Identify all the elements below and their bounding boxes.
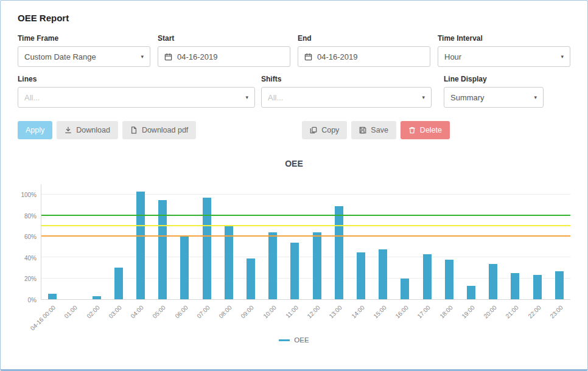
action-bar: Apply Download Download pdf Co (18, 121, 570, 139)
x-tick-label: 23:00 (548, 304, 564, 319)
x-tick-label: 16:00 (394, 304, 409, 319)
chevron-down-icon: ▾ (245, 94, 248, 100)
x-labels: 04-16 00:0001:0002:0003:0004:0005:0006:0… (41, 300, 570, 335)
form-row-2: Lines All... ▾ Shifts All... ▾ Line Disp… (18, 75, 570, 108)
page-title: OEE Report (18, 13, 570, 23)
x-slot: 12:00 (306, 300, 327, 335)
x-tick-label: 14:00 (350, 304, 365, 319)
shifts-placeholder: All... (268, 93, 417, 102)
time-frame-value: Custom Date Range (24, 52, 136, 61)
x-slot: 20:00 (482, 300, 504, 335)
field-lines: Lines All... ▾ (18, 75, 255, 108)
time-interval-select[interactable]: Hour ▾ (438, 46, 570, 67)
download-label: Download (76, 126, 110, 134)
x-tick-label: 19:00 (460, 304, 475, 319)
start-date-value: 04-16-2019 (177, 52, 284, 61)
trash-icon (408, 127, 416, 134)
save-button[interactable]: Save (351, 121, 396, 139)
bar (268, 232, 277, 299)
field-shifts: Shifts All... ▾ (261, 75, 432, 108)
bar-slot (416, 184, 438, 299)
line-display-select[interactable]: Summary ▾ (444, 87, 544, 108)
time-frame-select[interactable]: Custom Date Range ▾ (18, 46, 150, 67)
chevron-down-icon: ▾ (561, 54, 564, 60)
x-slot: 22:00 (527, 300, 548, 335)
x-tick-label: 08:00 (217, 304, 233, 319)
x-slot: 21:00 (504, 300, 526, 335)
apply-label: Apply (26, 126, 44, 134)
reference-line-80 (41, 215, 570, 216)
bar (511, 273, 519, 299)
bar (379, 249, 387, 299)
bar (93, 296, 101, 299)
copy-button[interactable]: Copy (302, 121, 347, 139)
x-tick-label: 07:00 (195, 304, 211, 319)
x-slot: 23:00 (548, 300, 570, 335)
download-button[interactable]: Download (57, 121, 118, 139)
x-tick-label: 21:00 (505, 304, 520, 319)
bar-slot (438, 184, 460, 299)
shifts-multiselect[interactable]: All... ▾ (261, 87, 432, 108)
bar-slot (240, 184, 262, 299)
x-tick-label: 04-16 00:00 (29, 304, 57, 332)
bar-slot (195, 184, 217, 299)
chart-title: OEE (18, 159, 570, 168)
bar (180, 235, 189, 299)
bar (489, 264, 497, 299)
field-time-interval: Time Interval Hour ▾ (438, 34, 570, 67)
bars (41, 184, 570, 299)
x-slot: 13:00 (327, 300, 349, 335)
bar-slot (218, 184, 240, 299)
bar-slot (63, 184, 85, 299)
x-slot: 15:00 (372, 300, 394, 335)
delete-button[interactable]: Delete (401, 121, 450, 139)
bar (401, 279, 409, 299)
x-tick-label: 11:00 (284, 304, 299, 319)
save-label: Save (371, 126, 388, 134)
line-display-label: Line Display (444, 75, 544, 83)
app-window: OEE Report Time Frame Custom Date Range … (0, 0, 588, 371)
bar-slot (85, 184, 107, 299)
x-slot: 11:00 (284, 300, 306, 335)
x-slot: 10:00 (262, 300, 284, 335)
apply-button[interactable]: Apply (18, 121, 52, 139)
plot-row: 0%20%40%60%80%100% (18, 184, 570, 300)
x-slot: 05:00 (151, 300, 173, 335)
x-tick-label: 12:00 (306, 304, 321, 319)
report-actions: Copy Save Delete (302, 121, 450, 139)
bar (290, 243, 299, 299)
x-slot: 17:00 (416, 300, 438, 335)
bar-slot (350, 184, 372, 299)
save-icon (359, 127, 366, 134)
oee-chart: OEE 0%20%40%60%80%100% 04-16 00:0001:000… (18, 159, 570, 344)
bar-slot (504, 184, 526, 299)
shifts-label: Shifts (261, 75, 432, 83)
bar (423, 254, 432, 299)
bar-slot (328, 184, 350, 299)
chevron-down-icon: ▾ (141, 54, 144, 60)
y-tick-label: 20% (24, 276, 37, 282)
end-label: End (298, 34, 430, 43)
x-slot: 03:00 (107, 300, 129, 335)
x-slot: 04:00 (129, 300, 151, 335)
bar (136, 192, 145, 299)
start-date-input[interactable]: 04-16-2019 (158, 46, 290, 67)
bar-slot (262, 184, 284, 299)
x-slot: 19:00 (460, 300, 482, 335)
bar-slot (41, 184, 63, 299)
x-tick-label: 13:00 (328, 304, 343, 319)
bar (313, 232, 321, 299)
y-tick-label: 80% (24, 212, 37, 219)
download-pdf-button[interactable]: Download pdf (122, 121, 196, 139)
x-tick-label: 10:00 (262, 304, 277, 319)
bar-slot (173, 184, 195, 299)
y-tick-label: 60% (24, 234, 37, 240)
reference-line-60 (41, 235, 570, 237)
lines-multiselect[interactable]: All... ▾ (18, 87, 255, 108)
end-date-input[interactable]: 04-16-2019 (298, 46, 430, 67)
x-tick-label: 20:00 (482, 304, 497, 319)
x-tick-label: 03:00 (107, 304, 122, 319)
bar (114, 268, 123, 299)
field-time-frame: Time Frame Custom Date Range ▾ (18, 34, 150, 67)
x-tick-label: 22:00 (527, 304, 542, 319)
